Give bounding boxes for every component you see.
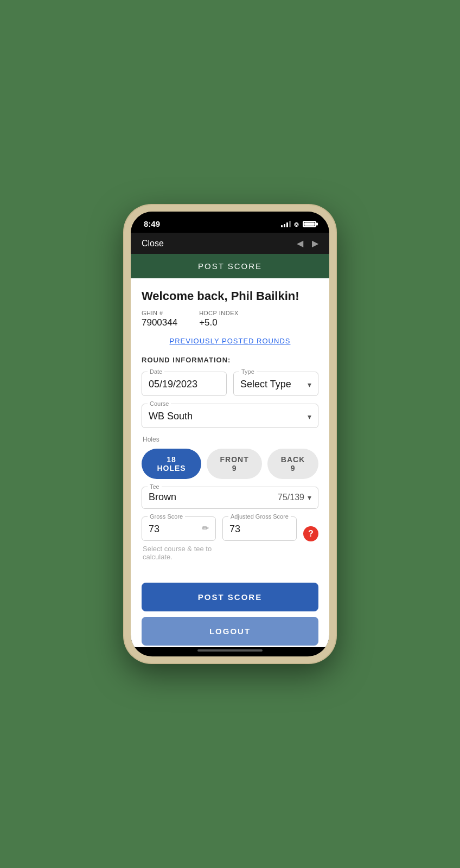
tee-dropdown-arrow: ▾ [308,493,311,502]
holes-18-button[interactable]: 18 HOLES [142,449,201,479]
holes-label: Holes [143,436,318,443]
tee-rating: 75/139 ▾ [278,493,311,502]
gross-score-label: Gross Score [148,513,185,520]
holes-back9-button[interactable]: BACK 9 [267,449,318,479]
holes-buttons: 18 HOLES FRONT 9 BACK 9 [142,449,318,479]
post-score-button[interactable]: POST SCORE [142,583,318,611]
hdcp-value: +5.0 [199,317,218,328]
adj-score-value: 73 [229,521,240,535]
page-header: POST SCORE [131,254,329,278]
tee-value: Brown [149,492,176,503]
ghin-value: 7900344 [142,317,177,328]
holes-front9-button[interactable]: FRONT 9 [207,449,262,479]
course-dropdown-arrow: ▾ [308,412,311,421]
tee-row: Tee Brown 75/139 ▾ [142,487,318,509]
phone-screen: 8:49 ⌾ Close ◀ ▶ [131,212,329,656]
help-badge[interactable]: ? [303,526,318,541]
type-placeholder: Select Type [240,379,291,390]
signal-icon [281,221,291,227]
home-indicator [131,647,329,656]
date-type-row: Date 05/19/2023 Type Select Type ▾ [142,372,318,396]
nav-arrows: ◀ ▶ [297,238,318,248]
course-label: Course [148,400,171,407]
ghin-block: GHIN # 7900344 [142,310,177,328]
wifi-icon: ⌾ [294,220,298,228]
back-arrow[interactable]: ◀ [297,238,303,248]
battery-icon [303,221,316,227]
hdcp-label: HDCP index [199,310,239,316]
forward-arrow[interactable]: ▶ [312,238,318,248]
gross-score-field[interactable]: Gross Score 73 ✏ [142,516,216,541]
round-info-title: ROUND INFORMATION: [142,356,318,364]
home-bar [197,649,263,652]
adj-score-field[interactable]: Adjusted Gross Score 73 [222,516,297,541]
date-label: Date [148,368,164,375]
action-buttons: POST SCORE LOGOUT [131,574,329,647]
course-field[interactable]: Course WB South ▾ [142,404,318,428]
pencil-icon[interactable]: ✏ [202,523,209,533]
logout-button[interactable]: LOGOUT [142,617,318,646]
welcome-greeting: Welcome back, Phil Bailkin! [142,289,318,303]
type-label: Type [239,368,257,375]
type-field[interactable]: Type Select Type ▾ [233,372,318,396]
gross-score-inner: 73 ✏ [149,521,209,535]
main-content: Welcome back, Phil Bailkin! GHIN # 79003… [131,278,329,574]
calc-hint: Select course & tee tocalculate. [143,545,318,561]
date-value: 05/19/2023 [149,376,220,390]
ghin-label: GHIN # [142,310,177,316]
tee-rating-value: 75/139 [278,493,304,502]
app-nav: Close ◀ ▶ [131,233,329,254]
adj-score-label: Adjusted Gross Score [228,513,291,520]
course-value: WB South [149,411,193,422]
scores-row: Gross Score 73 ✏ Adjusted Gross Score 73… [142,516,318,541]
type-dropdown-arrow: ▾ [308,380,311,389]
type-select[interactable]: Select Type ▾ [240,376,311,390]
course-row: Course WB South ▾ [142,404,318,428]
hdcp-block: HDCP index +5.0 [199,310,239,328]
app-content: POST SCORE Welcome back, Phil Bailkin! G… [131,254,329,647]
gross-score-value: 73 [149,521,159,535]
phone-frame: 8:49 ⌾ Close ◀ ▶ [124,205,336,663]
status-icons: ⌾ [281,220,316,228]
tee-select[interactable]: Brown 75/139 ▾ [149,492,311,503]
prev-rounds-link[interactable]: PREVIOUSLY POSTED ROUNDS [142,337,318,345]
notch [197,212,263,227]
tee-field[interactable]: Tee Brown 75/139 ▾ [142,487,318,509]
page-title: POST SCORE [198,261,262,271]
date-field: Date 05/19/2023 [142,372,227,396]
tee-label: Tee [148,483,162,490]
close-button[interactable]: Close [142,239,164,248]
time-display: 8:49 [144,219,160,228]
user-info: GHIN # 7900344 HDCP index +5.0 [142,310,318,328]
course-select[interactable]: WB South ▾ [149,409,311,422]
adj-score-inner: 73 [229,521,290,535]
holes-section: Holes 18 HOLES FRONT 9 BACK 9 [142,436,318,479]
